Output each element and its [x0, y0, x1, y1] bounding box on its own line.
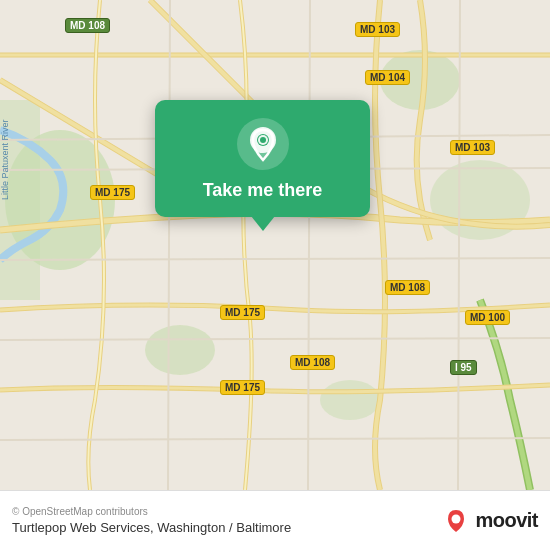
- road-label-md108-right: MD 108: [385, 280, 430, 295]
- road-label-md103-top: MD 103: [355, 22, 400, 37]
- road-label-md108-top: MD 108: [65, 18, 110, 33]
- footer-left: © OpenStreetMap contributors Turtlepop W…: [12, 506, 291, 535]
- road-label-md175-bottom: MD 175: [220, 380, 265, 395]
- copyright-text: © OpenStreetMap contributors: [12, 506, 291, 517]
- take-me-there-popup[interactable]: Take me there: [155, 100, 370, 217]
- svg-point-25: [452, 514, 461, 523]
- road-label-i95: I 95: [450, 360, 477, 375]
- road-label-md104: MD 104: [365, 70, 410, 85]
- moovit-pin-icon: [443, 508, 469, 534]
- map-container: Little Patuxent River MD 108 MD 103 MD 1…: [0, 0, 550, 490]
- svg-text:Little Patuxent River: Little Patuxent River: [0, 119, 10, 200]
- location-pin-icon: [237, 118, 289, 170]
- svg-point-4: [145, 325, 215, 375]
- road-label-md108-bottom: MD 108: [290, 355, 335, 370]
- svg-point-5: [320, 380, 380, 420]
- footer: © OpenStreetMap contributors Turtlepop W…: [0, 490, 550, 550]
- app-title: Turtlepop Web Services, Washington / Bal…: [12, 520, 291, 535]
- road-label-md100: MD 100: [465, 310, 510, 325]
- moovit-text: moovit: [475, 509, 538, 532]
- moovit-logo: moovit: [443, 508, 538, 534]
- road-label-md103-right: MD 103: [450, 140, 495, 155]
- road-label-md175-center: MD 175: [220, 305, 265, 320]
- popup-label: Take me there: [203, 180, 323, 201]
- road-label-md175-left: MD 175: [90, 185, 135, 200]
- map-background: Little Patuxent River: [0, 0, 550, 490]
- svg-point-24: [260, 137, 266, 143]
